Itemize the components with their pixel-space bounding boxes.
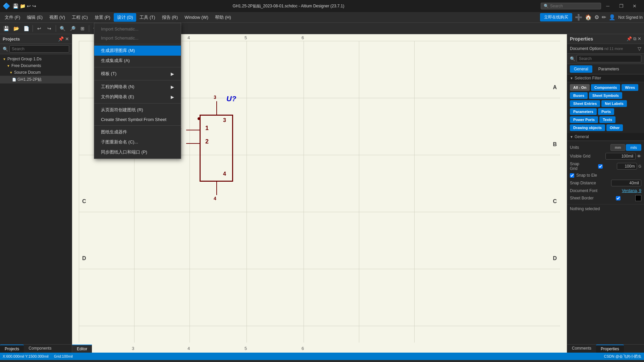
visible-grid-input[interactable] bbox=[605, 153, 636, 160]
eye-icon[interactable]: 👁 bbox=[637, 154, 641, 159]
filter-ports[interactable]: Ports bbox=[598, 108, 614, 115]
filter-drawing-objects[interactable]: Drawing objects bbox=[570, 124, 605, 131]
menu-edit[interactable]: 编辑 (E) bbox=[23, 13, 46, 22]
menu-report[interactable]: 报告 (R) bbox=[159, 13, 181, 22]
tree-item-fd[interactable]: ▼ Free Documents bbox=[0, 62, 72, 69]
filter-wires[interactable]: Wires bbox=[622, 84, 638, 91]
tb-save[interactable]: 💾 bbox=[1, 24, 11, 33]
undo-icon[interactable]: ↩ bbox=[27, 3, 31, 9]
edit-icon[interactable]: ✏ bbox=[602, 14, 606, 20]
num-6-bot: 6 bbox=[302, 346, 304, 351]
dd-import1[interactable]: Import Schematic... bbox=[94, 24, 181, 34]
tab-general[interactable]: General bbox=[570, 65, 592, 73]
coords-display: X:600.000mil Y:1500.000mil bbox=[3, 354, 49, 358]
menu-help[interactable]: 帮助 (H) bbox=[212, 13, 234, 22]
general-section-header[interactable]: ▼ General bbox=[567, 133, 644, 141]
tb-undo[interactable]: ↩ bbox=[35, 24, 44, 33]
dd-template[interactable]: 模板 (T)▶ bbox=[94, 69, 181, 79]
color-swatch[interactable] bbox=[635, 195, 641, 201]
filter-power-ports[interactable]: Power Ports bbox=[570, 116, 598, 123]
panel-pin-icon[interactable]: 📌 bbox=[58, 36, 64, 42]
dd-netlist-file[interactable]: 文件的网络表 (E)▶ bbox=[94, 92, 181, 102]
tb-zoom-in[interactable]: 🔍 bbox=[58, 24, 67, 33]
menu-place[interactable]: 放置 (P) bbox=[91, 13, 114, 22]
tab-parameters[interactable]: Parameters bbox=[594, 65, 623, 73]
panel-close-icon[interactable]: ✕ bbox=[65, 36, 69, 42]
snap-distance-label: Snap Distance bbox=[570, 181, 596, 185]
menu-file[interactable]: 文件 (F) bbox=[1, 13, 23, 22]
tab-properties[interactable]: Properties bbox=[596, 345, 624, 353]
selection-filter-header[interactable]: ▼ Selection Filter bbox=[567, 74, 644, 82]
filter-parameters[interactable]: Parameters bbox=[570, 108, 597, 115]
menu-window[interactable]: Window (W) bbox=[181, 13, 212, 21]
user-icon[interactable]: 👤 bbox=[609, 14, 615, 20]
filter-icon[interactable]: ▽ bbox=[638, 46, 641, 51]
dd-rename-subsheet[interactable]: 子图重新命名 (C)... bbox=[94, 137, 181, 147]
dd-import2[interactable]: Import Schematic... bbox=[94, 34, 181, 43]
num-3-bot: 3 bbox=[132, 346, 134, 351]
dd-make-component[interactable]: 图纸生成器件 bbox=[94, 127, 181, 137]
props-float-icon[interactable]: ⧉ bbox=[633, 36, 636, 42]
filter-other[interactable]: Other bbox=[606, 124, 623, 131]
tree-item-pg1[interactable]: ▼ Project Group 1.Ds bbox=[0, 56, 72, 62]
snap-grid-input[interactable] bbox=[617, 163, 637, 170]
props-pin-icon[interactable]: 📌 bbox=[627, 36, 632, 42]
props-close-icon[interactable]: ✕ bbox=[638, 36, 641, 42]
tb-new[interactable]: 📄 bbox=[21, 24, 31, 33]
snap-distance-input[interactable] bbox=[611, 180, 641, 186]
menu-design[interactable]: 设计 (D) bbox=[114, 13, 137, 22]
open-icon[interactable]: 📁 bbox=[20, 3, 25, 9]
tb-fit[interactable]: ⊞ bbox=[78, 24, 87, 33]
sheet-border-checkbox[interactable] bbox=[603, 196, 633, 200]
filter-sheet-entries[interactable]: Sheet Entries bbox=[570, 100, 600, 107]
doc-font-link[interactable]: Verdana, 9 bbox=[622, 188, 641, 193]
filter-all-on[interactable]: All - On bbox=[570, 84, 590, 91]
corner-label-a: A bbox=[553, 84, 557, 90]
props-tabs: General Parameters bbox=[567, 64, 644, 74]
filter-components[interactable]: Components bbox=[591, 84, 620, 91]
snap-to-elem-checkbox[interactable] bbox=[570, 173, 574, 178]
filter-net-labels[interactable]: Net Labels bbox=[601, 100, 627, 107]
restore-button[interactable]: ❐ bbox=[614, 0, 628, 12]
redo-icon[interactable]: ↪ bbox=[32, 3, 36, 9]
snap-grid-checkbox[interactable] bbox=[585, 164, 615, 169]
tab-comments[interactable]: Comments bbox=[567, 345, 596, 353]
dd-netlist-proj[interactable]: 工程的网络表 (N)▶ bbox=[94, 82, 181, 92]
tree-item-gh[interactable]: 📄 GH1.25-2P贴 bbox=[0, 76, 72, 83]
snap-to-elem-row: Snap to Ele bbox=[570, 172, 641, 179]
titlebar-search-input[interactable] bbox=[550, 4, 597, 8]
add-icon[interactable]: ➕ bbox=[575, 14, 582, 21]
menu-view[interactable]: 视图 (V) bbox=[46, 13, 68, 22]
titlebar-search[interactable]: 🔍 bbox=[541, 3, 601, 9]
minimize-button[interactable]: ─ bbox=[601, 0, 614, 12]
dd-make-int[interactable]: 生成集成库 (A) bbox=[94, 56, 181, 66]
close-button[interactable]: ✕ bbox=[628, 0, 641, 12]
dd-sync[interactable]: 同步图纸入口和端口 (P) bbox=[94, 147, 181, 157]
dd-create-from-page[interactable]: 从页面符创建图纸 (R) bbox=[94, 105, 181, 115]
tb-zoom-out[interactable]: 🔎 bbox=[68, 24, 77, 33]
tab-projects[interactable]: Projects bbox=[0, 345, 24, 353]
dd-create-sheet-sym[interactable]: Create Sheet Symbol From Sheet bbox=[94, 115, 181, 124]
tb-open[interactable]: 📂 bbox=[11, 24, 21, 33]
home-icon[interactable]: 🏠 bbox=[585, 14, 592, 20]
editor-tab[interactable]: Editor bbox=[72, 345, 92, 353]
tb-redo[interactable]: ↪ bbox=[45, 24, 54, 33]
units-row: Units mm mils bbox=[570, 143, 641, 152]
grid-line bbox=[414, 41, 415, 343]
filter-sheet-symbols[interactable]: Sheet Symbols bbox=[589, 92, 622, 99]
settings-icon[interactable]: ⚙ bbox=[594, 14, 599, 20]
props-search-input[interactable] bbox=[577, 55, 641, 62]
filter-texts[interactable]: Texts bbox=[599, 116, 615, 123]
menu-project[interactable]: 工程 (C) bbox=[68, 13, 91, 22]
unit-mm-btn[interactable]: mm bbox=[610, 144, 625, 151]
buy-button[interactable]: 立即在线购买 bbox=[540, 13, 572, 21]
menu-tools[interactable]: 工具 (T) bbox=[136, 13, 158, 22]
tab-components[interactable]: Components bbox=[24, 345, 56, 353]
projects-search-input[interactable] bbox=[9, 45, 69, 53]
unit-mils-btn[interactable]: mils bbox=[626, 144, 641, 151]
snap-grid-row: Snap Grid G bbox=[570, 161, 641, 172]
dd-make-lib[interactable]: 生成原理图库 (M) bbox=[94, 46, 181, 56]
filter-buses[interactable]: Buses bbox=[570, 92, 588, 99]
tree-item-sd[interactable]: ▼ Source Docum bbox=[0, 69, 72, 76]
save-icon[interactable]: 💾 bbox=[13, 3, 18, 9]
